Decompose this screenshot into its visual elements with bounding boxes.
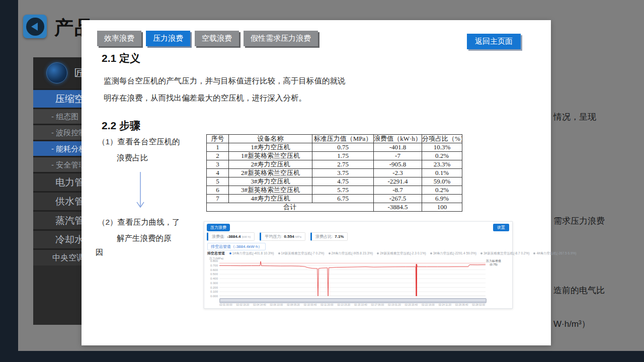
back-icon-circle (26, 18, 44, 36)
step-1-text: 浪费占比 (117, 153, 148, 163)
x-tick: 02-10 00:40 (304, 304, 317, 306)
y-tick: 0.400 (210, 277, 218, 280)
standard-value-label: 压力标准值 (0.75) (486, 259, 501, 266)
legend-item[interactable]: 4#寿力空压机(-267.5 6.9%) (533, 251, 576, 255)
x-tick: 02-24 11:20 (439, 304, 451, 306)
step-1-text: （1）查看各台空压机的 (98, 137, 180, 147)
tab-bar: 效率浪费压力浪费空载浪费假性需求压力浪费 (97, 31, 323, 46)
x-tick: 02-28 02:00 (472, 304, 485, 306)
x-axis-ticks: 02-01 00:0002-02 19:2002-04 14:4002-06 1… (219, 304, 485, 306)
legend-item[interactable]: 1#寿力空压机(-401.8 10.3%) (229, 251, 274, 255)
legend-item[interactable]: 3#新英格索兰空压机(-8.7 0.2%) (480, 251, 529, 255)
table-footer-waste: -3884.5 (374, 203, 422, 212)
column-header: 标准压力值（MPa） (312, 135, 374, 143)
stat-box: 浪费占比:7.1% (310, 232, 348, 241)
down-arrow-icon (135, 171, 146, 212)
legend-title: 排空总管道 (207, 251, 225, 255)
desktop-edge-left (0, 0, 18, 362)
table-header-row: 序号设备名称标准压力值（MPa）浪费值（kW·h）分项占比（%） (207, 135, 462, 143)
table-row: 42#新英格索兰空压机3.75-2.30.1% (207, 169, 462, 177)
definition-line: 明存在浪费，从而找出偏差最大的空压机，进行深入分析。 (104, 89, 346, 107)
step-2-text: （2）查看压力曲线，了 (98, 217, 180, 228)
y-tick: 0.100 (210, 290, 218, 293)
y-axis-ticks: 0.8000.7000.6000.5000.4000.3000.2000.100… (206, 261, 218, 296)
column-header: 序号 (207, 135, 229, 143)
step-2-text: 因 (96, 247, 104, 258)
table-row: 21#新英格索兰空压机1.75-70.2% (207, 152, 462, 160)
stat-box: 平均压力:0.554MPa (260, 232, 305, 241)
stat-box: 浪费值:-3884.4(kW·h) (207, 232, 255, 241)
legend-item[interactable]: 1#新英格索兰空压机(-7 0.2%) (278, 251, 325, 255)
back-triangle-icon (31, 23, 38, 31)
y-tick: 0.800 (210, 259, 218, 262)
sidebar-logo-icon (46, 62, 67, 83)
x-tick: 02-01 00:00 (219, 304, 232, 306)
table-footer-row: 合计 -3884.5 100 (207, 203, 462, 212)
chart-plot-area (219, 261, 486, 296)
definition-text: 监测每台空压机的产气压力，并与目标值进行比较，高于目标值的就说 明存在浪费，从而… (104, 72, 346, 107)
tab-假性需求压力浪费[interactable]: 假性需求压力浪费 (244, 31, 318, 46)
table-row: 63#新英格索兰空压机5.75-8.70.2% (207, 186, 462, 195)
x-tick: 02-02 19:20 (236, 304, 250, 306)
legend-item[interactable]: 2#寿力空压机(-905.8 23.3%) (329, 251, 373, 255)
definition-line: 监测每台空压机的产气压力，并与目标值进行比较，高于目标值的就说 (104, 72, 346, 89)
panel-action-button[interactable]: 设置 (493, 224, 509, 231)
definition-heading: 2.1 定义 (102, 51, 140, 65)
legend-item[interactable]: 2#新英格索兰空压机(-2.3 0.1%) (377, 251, 426, 255)
legend-row: 排空总管道 1#寿力空压机(-401.8 10.3%)1#新英格索兰空压机(-7… (207, 251, 581, 256)
waste-table: 序号设备名称标准压力值（MPa）浪费值（kW·h）分项占比（%） 11#寿力空压… (206, 134, 462, 212)
desktop-edge-bottom (0, 351, 644, 362)
tab-压力浪费[interactable]: 压力浪费 (146, 31, 190, 46)
tab-空载浪费[interactable]: 空载浪费 (195, 31, 239, 46)
x-tick: 02-26 06:40 (455, 304, 468, 306)
x-axis: 02-01 00:0002-02 19:2002-04 14:4002-06 1… (219, 304, 491, 307)
y-tick: 0.500 (210, 273, 218, 276)
table-footer-label: 合计 (207, 203, 374, 212)
column-header: 分项占比（%） (422, 135, 462, 143)
x-tick: 02-06 10:00 (270, 304, 283, 306)
background-text-fragment: 情况，呈现 (553, 111, 596, 123)
x-tick: 02-20 20:40 (405, 304, 418, 306)
column-header: 浪费值（kW·h） (374, 135, 422, 143)
background-text-fragment: W·h/m³） (553, 318, 590, 330)
x-tick: 02-08 05:20 (287, 304, 300, 306)
return-home-button[interactable]: 返回主页面 (467, 34, 521, 49)
monitor-screenshot: 压力浪费 设置 浪费值:-3884.4(kW·h)平均压力:0.554MPa浪费… (204, 221, 513, 309)
step-2-text: 解产生浪费的原 (117, 233, 172, 244)
legend-item[interactable]: 3#寿力空压机(-2291.4 59.0%) (430, 251, 476, 255)
y-tick: 0.300 (210, 282, 218, 285)
y-tick: 0.200 (210, 286, 218, 289)
pipeline-link[interactable]: 排空总管道（-3884.4kW·h） (207, 243, 266, 250)
table-row: 53#寿力空压机4.75-2291.459.0% (207, 177, 462, 186)
x-tick: 02-19 01:20 (388, 304, 401, 306)
stats-row: 浪费值:-3884.4(kW·h)平均压力:0.554MPa浪费占比:7.1% (207, 232, 348, 241)
x-tick: 02-13 15:20 (337, 304, 350, 306)
x-tick: 02-15 10:40 (354, 304, 367, 306)
chart-scrollbar-thumb[interactable] (220, 299, 486, 301)
y-tick: 0.000 (210, 295, 218, 298)
x-tick: 02-04 14:40 (253, 304, 266, 306)
steps-heading: 2.2 步骤 (102, 119, 140, 133)
content-panel: 效率浪费压力浪费空载浪费假性需求压力浪费 返回主页面 2.1 定义 监测每台空压… (82, 20, 551, 345)
back-icon[interactable] (23, 15, 47, 38)
table-row: 11#寿力空压机0.75-401.810.3% (207, 143, 462, 152)
x-tick: 02-11 20:00 (320, 304, 333, 306)
background-text-fragment: 造前的电气比 (553, 285, 605, 296)
chart-scrollbar[interactable] (219, 298, 487, 303)
table-body: 11#寿力空压机0.75-401.810.3%21#新英格索兰空压机1.75-7… (207, 143, 462, 203)
table-row: 74#寿力空压机6.75-267.56.9% (207, 195, 462, 203)
pressure-chart: 压力(MPa) 0.8000.7000.6000.5000.4000.3000.… (206, 257, 510, 307)
table-footer-pct: 100 (422, 203, 462, 212)
y-tick: 0.600 (210, 268, 218, 272)
table-row: 32#寿力空压机2.75-905.823.3% (207, 160, 462, 169)
panel-tag: 压力浪费 (207, 224, 230, 231)
background-text-fragment: 需求压力浪费 (553, 215, 605, 227)
tab-效率浪费[interactable]: 效率浪费 (97, 31, 141, 46)
x-tick: 02-17 06:00 (371, 304, 384, 306)
y-tick: 0.700 (210, 264, 218, 267)
x-tick: 02-22 16:00 (422, 304, 435, 306)
column-header: 设备名称 (229, 135, 312, 143)
